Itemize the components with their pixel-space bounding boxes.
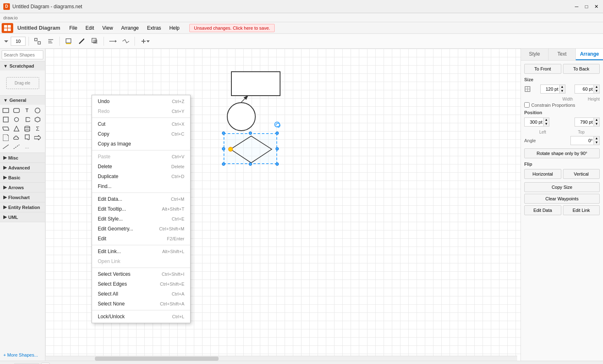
canvas-rect[interactable] — [231, 71, 280, 96]
arrows-header[interactable]: ▶ Arrows — [0, 183, 45, 192]
menu-help[interactable]: Help — [166, 24, 183, 32]
edit-link-btn[interactable]: Edit Link — [563, 205, 600, 215]
clear-waypoints-btn[interactable]: Clear Waypoints — [524, 194, 600, 204]
maximize-button[interactable]: □ — [583, 3, 590, 10]
shape-cylinder[interactable] — [23, 124, 31, 133]
minimize-button[interactable]: ─ — [573, 3, 580, 10]
shape-triangle[interactable] — [12, 124, 21, 133]
ctx-edit-tooltip[interactable]: Edit Tooltip... Alt+Shift+T — [92, 204, 190, 214]
zoom-input[interactable] — [11, 37, 26, 46]
zoom-dropdown-btn[interactable] — [2, 35, 10, 47]
insert-btn[interactable] — [138, 35, 153, 47]
to-front-btn[interactable]: To Front — [524, 64, 561, 74]
shape-text-t[interactable]: T — [23, 106, 31, 115]
top-input[interactable] — [575, 118, 594, 126]
waypoint-btn[interactable] — [120, 35, 132, 47]
ctx-edit-link[interactable]: Edit Link... Alt+Shift+L — [92, 247, 190, 256]
flip-horizontal-btn[interactable]: Horizontal — [524, 169, 561, 179]
general-header[interactable]: ▼ General — [0, 96, 45, 105]
ctx-cut[interactable]: Cut Ctrl+X — [92, 119, 190, 129]
scratchpad-header[interactable]: ▼ Scratchpad — [0, 61, 45, 70]
ctx-select-edges[interactable]: Select Edges Ctrl+Shift+E — [92, 279, 190, 289]
more-shapes-btn[interactable]: + More Shapes... — [3, 352, 42, 357]
shape-line[interactable] — [2, 143, 10, 151]
ctx-paste[interactable]: Paste Ctrl+V — [92, 152, 190, 162]
ctx-select-vertices[interactable]: Select Vertices Ctrl+Shift+I — [92, 269, 190, 279]
shape-arrow-right[interactable] — [33, 134, 42, 142]
shape-doc[interactable] — [23, 134, 31, 142]
shape-square[interactable] — [2, 115, 10, 124]
add-page-btn[interactable]: + — [41, 363, 50, 364]
left-up-btn[interactable]: ▲ — [543, 118, 549, 122]
ctx-edit-geometry[interactable]: Edit Geometry... Ctrl+Shift+M — [92, 224, 190, 234]
connection-btn[interactable] — [107, 35, 118, 47]
width-down-btn[interactable]: ▼ — [559, 89, 565, 93]
edit-data-btn[interactable]: Edit Data — [524, 205, 561, 215]
angle-input[interactable] — [571, 136, 594, 145]
flip-vertical-btn[interactable]: Vertical — [563, 169, 600, 179]
width-up-btn[interactable]: ▲ — [559, 85, 565, 89]
shape-extra[interactable]: ... — [23, 143, 31, 151]
ctx-edit-data[interactable]: Edit Data... Ctrl+M — [92, 194, 190, 204]
rotate-90-btn[interactable]: Rotate shape only by 90° — [524, 148, 600, 158]
basic-header[interactable]: ▶ Basic — [0, 173, 45, 182]
ctx-copy-image[interactable]: Copy as Image — [92, 139, 190, 149]
shape-rect[interactable] — [2, 106, 10, 115]
ctx-redo[interactable]: Redo Ctrl+Y — [92, 106, 190, 116]
ctx-undo[interactable]: Undo Ctrl+Z — [92, 96, 190, 106]
close-button[interactable]: ✕ — [593, 3, 600, 10]
ctx-duplicate[interactable]: Duplicate Ctrl+D — [92, 171, 190, 181]
left-down-btn[interactable]: ▼ — [543, 122, 549, 126]
menu-edit[interactable]: Edit — [82, 24, 97, 32]
uml-header[interactable]: ▶ UML — [0, 212, 45, 222]
ctx-delete[interactable]: Delete Delete — [92, 162, 190, 171]
shape-cross-page[interactable] — [2, 134, 10, 142]
constrain-checkbox[interactable] — [524, 102, 530, 108]
ctx-select-all[interactable]: Select All Ctrl+A — [92, 289, 190, 299]
scrollbar-thumb[interactable] — [95, 357, 219, 361]
ctx-select-none[interactable]: Select None Ctrl+Shift+A — [92, 299, 190, 309]
unsaved-banner[interactable]: Unsaved changes. Click here to save. — [189, 24, 275, 32]
misc-header[interactable]: ▶ Misc — [0, 153, 45, 162]
angle-down-btn[interactable]: ▼ — [594, 141, 599, 145]
width-input[interactable] — [541, 85, 559, 93]
menu-file[interactable]: File — [66, 24, 80, 32]
flowchart-header[interactable]: ▶ Flowchart — [0, 193, 45, 202]
menu-arrange[interactable]: Arrange — [118, 24, 142, 32]
titlebar-controls[interactable]: ─ □ ✕ — [573, 3, 600, 10]
shape-cloud[interactable] — [12, 134, 21, 142]
shape-hexagon[interactable] — [33, 115, 42, 124]
to-back-btn[interactable]: To Back — [563, 64, 600, 74]
menu-view[interactable]: View — [99, 24, 116, 32]
ctx-lock-unlock[interactable]: Lock/Unlock Ctrl+L — [92, 312, 190, 322]
shadow-btn[interactable] — [89, 35, 101, 47]
search-input[interactable] — [2, 50, 43, 59]
menu-extras[interactable]: Extras — [144, 24, 165, 32]
height-input[interactable] — [575, 85, 594, 93]
left-input[interactable] — [525, 118, 543, 126]
ctx-copy[interactable]: Copy Ctrl+C — [92, 129, 190, 139]
ctx-edit[interactable]: Edit F2/Enter — [92, 234, 190, 244]
ctx-edit-style[interactable]: Edit Style... Ctrl+E — [92, 214, 190, 224]
top-up-btn[interactable]: ▲ — [594, 118, 599, 122]
copy-size-btn[interactable]: Copy Size — [524, 182, 600, 192]
ctx-open-link[interactable]: Open Link — [92, 256, 190, 266]
shape-circle[interactable] — [33, 106, 42, 115]
horizontal-scrollbar[interactable] — [45, 356, 517, 361]
canvas-circle[interactable] — [227, 102, 256, 131]
shape-parallelogram[interactable] — [2, 124, 10, 133]
top-down-btn[interactable]: ▼ — [594, 122, 599, 126]
canvas-area[interactable]: Undo Ctrl+Z Redo Ctrl+Y Cut Ctrl+X Copy … — [45, 49, 521, 361]
shape-rounded-rect[interactable] — [12, 106, 21, 115]
shape-d-shape[interactable] — [23, 115, 31, 124]
advanced-header[interactable]: ▶ Advanced — [0, 163, 45, 172]
page-menu-btn[interactable]: ☰ — [3, 363, 12, 364]
shape-dashed-line[interactable] — [12, 143, 21, 151]
tab-text[interactable]: Text — [549, 49, 576, 60]
shape-sigma[interactable]: Σ — [33, 124, 42, 133]
height-up-btn[interactable]: ▲ — [594, 85, 599, 89]
ctx-find[interactable]: Find... — [92, 181, 190, 191]
fill-color-btn[interactable] — [63, 35, 74, 47]
format-btn[interactable] — [45, 35, 57, 47]
entity-relation-header[interactable]: ▶ Entity Relation — [0, 202, 45, 212]
